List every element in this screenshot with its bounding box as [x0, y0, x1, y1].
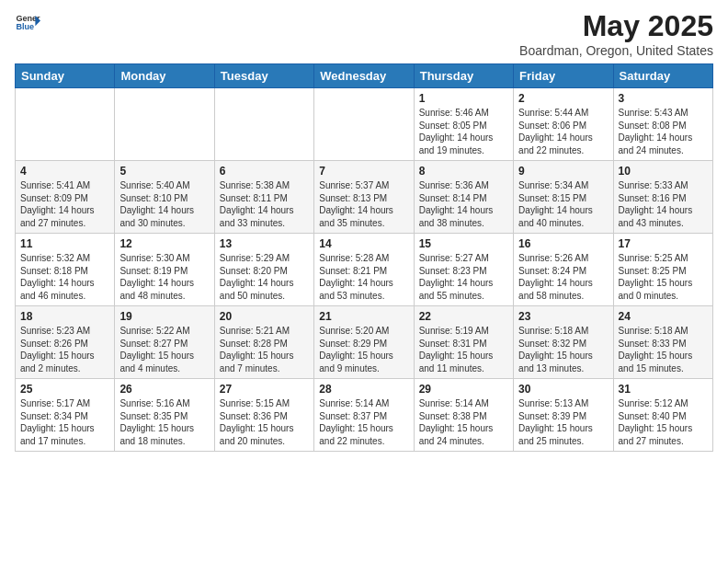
col-tuesday: Tuesday — [214, 64, 313, 88]
day-detail: Sunrise: 5:19 AM Sunset: 8:31 PM Dayligh… — [419, 325, 508, 374]
day-number: 17 — [619, 237, 708, 250]
calendar-cell-w3-d3: 13Sunrise: 5:29 AM Sunset: 8:20 PM Dayli… — [214, 234, 313, 306]
main-title: May 2025 — [519, 9, 713, 43]
day-number: 4 — [20, 165, 109, 178]
day-detail: Sunrise: 5:36 AM Sunset: 8:14 PM Dayligh… — [419, 179, 508, 229]
calendar-cell-w2-d6: 9Sunrise: 5:34 AM Sunset: 8:15 PM Daylig… — [514, 161, 613, 234]
day-detail: Sunrise: 5:28 AM Sunset: 8:21 PM Dayligh… — [319, 252, 408, 302]
day-number: 23 — [518, 310, 608, 323]
calendar-cell-w1-d6: 2Sunrise: 5:44 AM Sunset: 8:06 PM Daylig… — [514, 88, 613, 161]
day-detail: Sunrise: 5:41 AM Sunset: 8:09 PM Dayligh… — [20, 179, 109, 229]
col-wednesday: Wednesday — [314, 64, 414, 88]
day-detail: Sunrise: 5:46 AM Sunset: 8:05 PM Dayligh… — [419, 107, 508, 156]
day-number: 19 — [119, 310, 209, 323]
day-detail: Sunrise: 5:30 AM Sunset: 8:19 PM Dayligh… — [119, 252, 209, 302]
day-number: 7 — [319, 165, 408, 178]
day-detail: Sunrise: 5:13 AM Sunset: 8:39 PM Dayligh… — [518, 397, 608, 447]
day-detail: Sunrise: 5:17 AM Sunset: 8:34 PM Dayligh… — [20, 397, 109, 447]
calendar-header-row: Sunday Monday Tuesday Wednesday Thursday… — [16, 64, 713, 88]
day-detail: Sunrise: 5:12 AM Sunset: 8:40 PM Dayligh… — [619, 397, 708, 447]
day-number: 22 — [419, 310, 508, 323]
calendar-cell-w3-d1: 11Sunrise: 5:32 AM Sunset: 8:18 PM Dayli… — [16, 234, 115, 306]
calendar-cell-w5-d3: 27Sunrise: 5:15 AM Sunset: 8:36 PM Dayli… — [214, 379, 313, 452]
calendar-cell-w5-d2: 26Sunrise: 5:16 AM Sunset: 8:35 PM Dayli… — [115, 379, 214, 452]
col-thursday: Thursday — [414, 64, 513, 88]
day-detail: Sunrise: 5:25 AM Sunset: 8:25 PM Dayligh… — [619, 252, 708, 302]
day-number: 20 — [220, 310, 309, 323]
day-number: 31 — [619, 383, 708, 396]
calendar-cell-w3-d7: 17Sunrise: 5:25 AM Sunset: 8:25 PM Dayli… — [613, 234, 712, 306]
day-number: 13 — [220, 237, 309, 250]
day-detail: Sunrise: 5:21 AM Sunset: 8:28 PM Dayligh… — [220, 325, 309, 374]
col-monday: Monday — [115, 64, 214, 88]
day-number: 10 — [619, 165, 708, 178]
col-friday: Friday — [514, 64, 613, 88]
day-detail: Sunrise: 5:34 AM Sunset: 8:15 PM Dayligh… — [518, 179, 608, 229]
day-detail: Sunrise: 5:33 AM Sunset: 8:16 PM Dayligh… — [619, 179, 708, 229]
calendar-cell-w4-d3: 20Sunrise: 5:21 AM Sunset: 8:28 PM Dayli… — [214, 306, 313, 379]
col-saturday: Saturday — [613, 64, 712, 88]
calendar-week-4: 18Sunrise: 5:23 AM Sunset: 8:26 PM Dayli… — [16, 306, 713, 379]
col-sunday: Sunday — [16, 64, 115, 88]
day-number: 24 — [619, 310, 708, 323]
calendar-cell-w3-d4: 14Sunrise: 5:28 AM Sunset: 8:21 PM Dayli… — [314, 234, 414, 306]
calendar-cell-w2-d4: 7Sunrise: 5:37 AM Sunset: 8:13 PM Daylig… — [314, 161, 414, 234]
calendar-cell-w2-d2: 5Sunrise: 5:40 AM Sunset: 8:10 PM Daylig… — [115, 161, 214, 234]
day-number: 29 — [419, 383, 508, 396]
subtitle: Boardman, Oregon, United States — [519, 43, 713, 58]
calendar-cell-w4-d7: 24Sunrise: 5:18 AM Sunset: 8:33 PM Dayli… — [613, 306, 712, 379]
day-number: 8 — [419, 165, 508, 178]
day-detail: Sunrise: 5:26 AM Sunset: 8:24 PM Dayligh… — [518, 252, 608, 302]
svg-text:Blue: Blue — [16, 22, 34, 31]
page-header: General Blue May 2025 Boardman, Oregon, … — [15, 9, 713, 58]
day-number: 2 — [518, 92, 608, 105]
day-detail: Sunrise: 5:14 AM Sunset: 8:38 PM Dayligh… — [419, 397, 508, 447]
calendar-cell-w5-d6: 30Sunrise: 5:13 AM Sunset: 8:39 PM Dayli… — [514, 379, 613, 452]
day-detail: Sunrise: 5:16 AM Sunset: 8:35 PM Dayligh… — [119, 397, 209, 447]
logo: General Blue — [15, 9, 40, 35]
calendar-cell-w1-d7: 3Sunrise: 5:43 AM Sunset: 8:08 PM Daylig… — [613, 88, 712, 161]
day-detail: Sunrise: 5:14 AM Sunset: 8:37 PM Dayligh… — [319, 397, 408, 447]
calendar-cell-w3-d2: 12Sunrise: 5:30 AM Sunset: 8:19 PM Dayli… — [115, 234, 214, 306]
calendar-table: Sunday Monday Tuesday Wednesday Thursday… — [15, 63, 713, 452]
calendar-cell-w2-d1: 4Sunrise: 5:41 AM Sunset: 8:09 PM Daylig… — [16, 161, 115, 234]
day-number: 14 — [319, 237, 408, 250]
day-detail: Sunrise: 5:23 AM Sunset: 8:26 PM Dayligh… — [20, 325, 109, 374]
calendar-cell-w1-d1 — [16, 88, 115, 161]
calendar-cell-w5-d5: 29Sunrise: 5:14 AM Sunset: 8:38 PM Dayli… — [414, 379, 513, 452]
calendar-cell-w1-d2 — [115, 88, 214, 161]
day-detail: Sunrise: 5:18 AM Sunset: 8:32 PM Dayligh… — [518, 325, 608, 374]
day-number: 3 — [619, 92, 708, 105]
day-number: 26 — [119, 383, 209, 396]
calendar-cell-w5-d7: 31Sunrise: 5:12 AM Sunset: 8:40 PM Dayli… — [613, 379, 712, 452]
day-detail: Sunrise: 5:32 AM Sunset: 8:18 PM Dayligh… — [20, 252, 109, 302]
day-number: 9 — [518, 165, 608, 178]
calendar-cell-w2-d3: 6Sunrise: 5:38 AM Sunset: 8:11 PM Daylig… — [214, 161, 313, 234]
logo-icon: General Blue — [15, 9, 40, 35]
calendar-cell-w1-d4 — [314, 88, 414, 161]
day-number: 12 — [119, 237, 209, 250]
day-detail: Sunrise: 5:20 AM Sunset: 8:29 PM Dayligh… — [319, 325, 408, 374]
calendar-cell-w3-d6: 16Sunrise: 5:26 AM Sunset: 8:24 PM Dayli… — [514, 234, 613, 306]
calendar-cell-w1-d3 — [214, 88, 313, 161]
day-detail: Sunrise: 5:29 AM Sunset: 8:20 PM Dayligh… — [220, 252, 309, 302]
calendar-cell-w4-d4: 21Sunrise: 5:20 AM Sunset: 8:29 PM Dayli… — [314, 306, 414, 379]
calendar-week-1: 1Sunrise: 5:46 AM Sunset: 8:05 PM Daylig… — [16, 88, 713, 161]
day-number: 6 — [220, 165, 309, 178]
day-number: 11 — [20, 237, 109, 250]
day-number: 27 — [220, 383, 309, 396]
day-detail: Sunrise: 5:22 AM Sunset: 8:27 PM Dayligh… — [119, 325, 209, 374]
calendar-cell-w4-d2: 19Sunrise: 5:22 AM Sunset: 8:27 PM Dayli… — [115, 306, 214, 379]
day-number: 28 — [319, 383, 408, 396]
day-detail: Sunrise: 5:43 AM Sunset: 8:08 PM Dayligh… — [619, 107, 708, 156]
day-number: 25 — [20, 383, 109, 396]
day-number: 1 — [419, 92, 508, 105]
calendar-week-2: 4Sunrise: 5:41 AM Sunset: 8:09 PM Daylig… — [16, 161, 713, 234]
day-number: 21 — [319, 310, 408, 323]
calendar-cell-w2-d5: 8Sunrise: 5:36 AM Sunset: 8:14 PM Daylig… — [414, 161, 513, 234]
calendar-cell-w5-d1: 25Sunrise: 5:17 AM Sunset: 8:34 PM Dayli… — [16, 379, 115, 452]
calendar-cell-w3-d5: 15Sunrise: 5:27 AM Sunset: 8:23 PM Dayli… — [414, 234, 513, 306]
calendar-week-3: 11Sunrise: 5:32 AM Sunset: 8:18 PM Dayli… — [16, 234, 713, 306]
calendar-cell-w4-d6: 23Sunrise: 5:18 AM Sunset: 8:32 PM Dayli… — [514, 306, 613, 379]
calendar-cell-w4-d5: 22Sunrise: 5:19 AM Sunset: 8:31 PM Dayli… — [414, 306, 513, 379]
